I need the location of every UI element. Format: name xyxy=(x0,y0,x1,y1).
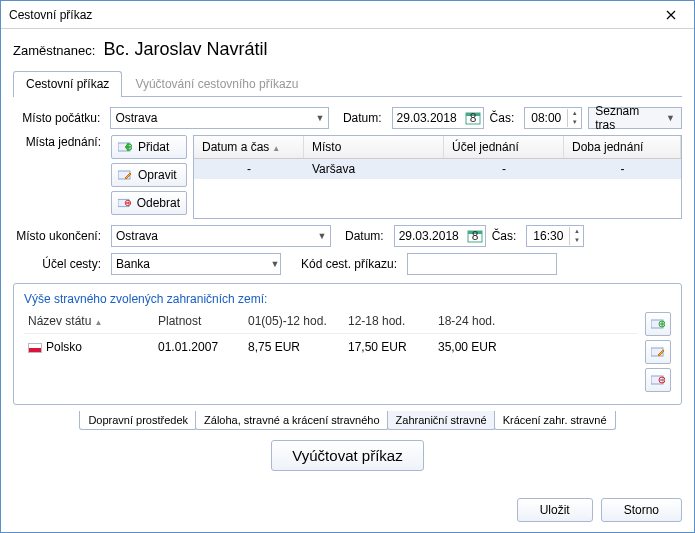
subtab-advance[interactable]: Záloha, stravné a krácení stravného xyxy=(195,411,388,430)
start-place-combo[interactable]: ▼ xyxy=(110,107,329,129)
purpose-combo[interactable]: ▼ xyxy=(111,253,281,275)
route-list-label: Seznam tras xyxy=(595,104,662,132)
col-duration[interactable]: Doba jednání xyxy=(564,136,681,158)
sort-asc-icon: ▲ xyxy=(272,144,280,153)
start-date-input[interactable] xyxy=(393,108,463,128)
subtab-reduction[interactable]: Krácení zahr. stravné xyxy=(494,411,616,430)
table-row[interactable]: Polsko 01.01.2007 8,75 EUR 17,50 EUR 35,… xyxy=(24,334,637,356)
allowance-table: Název státu▲ Platnost 01(05)-12 hod. 12-… xyxy=(24,312,637,396)
svg-text:8: 8 xyxy=(469,111,476,125)
order-code-label: Kód cest. příkazu: xyxy=(301,257,401,271)
allowance-header: Název státu▲ Platnost 01(05)-12 hod. 12-… xyxy=(24,312,637,334)
save-button[interactable]: Uložit xyxy=(517,498,593,522)
order-code-input[interactable] xyxy=(407,253,557,275)
remove-button[interactable]: Odebrat xyxy=(111,191,187,215)
end-time-field[interactable]: ▲▼ xyxy=(526,225,584,247)
chevron-down-icon[interactable]: ▼ xyxy=(312,113,328,123)
pencil-icon xyxy=(651,346,665,358)
allowance-actions xyxy=(645,312,671,396)
purpose-input[interactable] xyxy=(112,254,270,274)
meetings-grid[interactable]: Datum a čas▲ Místo Účel jednání Doba jed… xyxy=(193,135,682,219)
subtabs: Dopravní prostředek Záloha, stravné a kr… xyxy=(13,411,682,430)
time-spinner[interactable]: ▲▼ xyxy=(569,227,583,245)
cell-country: Polsko xyxy=(24,338,154,356)
col-r1[interactable]: 01(05)-12 hod. xyxy=(244,312,344,330)
end-date-input[interactable] xyxy=(395,226,465,246)
pencil-icon xyxy=(118,169,132,181)
start-time-input[interactable] xyxy=(525,108,567,128)
main-tabs: Cestovní příkaz Vyúčtování cestovního př… xyxy=(13,70,682,97)
employee-label: Zaměstnanec: xyxy=(13,43,95,58)
edit-button[interactable]: Opravit xyxy=(111,163,187,187)
minus-icon xyxy=(651,374,665,386)
start-place-label: Místo počátku: xyxy=(13,111,104,125)
sort-asc-icon: ▲ xyxy=(94,318,102,327)
col-valid[interactable]: Platnost xyxy=(154,312,244,330)
tab-billing[interactable]: Vyúčtování cestovního příkazu xyxy=(122,71,311,97)
allowance-panel: Výše stravného zvolených zahraničních ze… xyxy=(13,283,682,405)
allowance-remove-button[interactable] xyxy=(645,368,671,392)
end-time-label: Čas: xyxy=(492,229,521,243)
meetings-row: Místa jednání: Přidat Opravit Odebrat Da… xyxy=(13,135,682,219)
end-date-field[interactable]: 8 xyxy=(394,225,486,247)
close-icon xyxy=(666,10,676,20)
titlebar: Cestovní příkaz xyxy=(1,1,694,29)
purpose-row: Účel cesty: ▼ Kód cest. příkazu: xyxy=(13,253,682,275)
calendar-icon[interactable]: 8 xyxy=(465,110,481,126)
tab-order[interactable]: Cestovní příkaz xyxy=(13,71,122,97)
col-r3[interactable]: 18-24 hod. xyxy=(434,312,524,330)
time-spinner[interactable]: ▲▼ xyxy=(567,109,581,127)
chevron-down-icon: ▼ xyxy=(666,113,675,123)
allowance-title: Výše stravného zvolených zahraničních ze… xyxy=(24,292,671,306)
allowance-edit-button[interactable] xyxy=(645,340,671,364)
start-place-input[interactable] xyxy=(111,108,312,128)
window-title: Cestovní příkaz xyxy=(9,8,656,22)
end-place-input[interactable] xyxy=(112,226,314,246)
end-place-combo[interactable]: ▼ xyxy=(111,225,331,247)
subtab-foreign[interactable]: Zahraniční stravné xyxy=(387,411,496,430)
col-place[interactable]: Místo xyxy=(304,136,444,158)
add-button[interactable]: Přidat xyxy=(111,135,187,159)
minus-icon xyxy=(118,197,131,209)
start-time-label: Čas: xyxy=(490,111,519,125)
footer: Uložit Storno xyxy=(1,488,694,532)
chevron-down-icon[interactable]: ▼ xyxy=(314,231,330,241)
plus-icon xyxy=(118,141,132,153)
cancel-button[interactable]: Storno xyxy=(601,498,682,522)
window: Cestovní příkaz Zaměstnanec: Bc. Jarosla… xyxy=(0,0,695,533)
meetings-buttons: Přidat Opravit Odebrat xyxy=(111,135,187,219)
employee-row: Zaměstnanec: Bc. Jaroslav Navrátil xyxy=(13,39,682,60)
end-date-label: Datum: xyxy=(345,229,388,243)
col-country[interactable]: Název státu▲ xyxy=(24,312,154,330)
plus-icon xyxy=(651,318,665,330)
grid-header: Datum a čas▲ Místo Účel jednání Doba jed… xyxy=(194,136,681,159)
allowance-add-button[interactable] xyxy=(645,312,671,336)
content: Zaměstnanec: Bc. Jaroslav Navrátil Cesto… xyxy=(1,29,694,488)
subtab-transport[interactable]: Dopravní prostředek xyxy=(79,411,197,430)
end-time-input[interactable] xyxy=(527,226,569,246)
start-time-field[interactable]: ▲▼ xyxy=(524,107,582,129)
purpose-label: Účel cesty: xyxy=(13,257,105,271)
meetings-label: Místa jednání: xyxy=(13,135,105,149)
start-row: Místo počátku: ▼ Datum: 8 Čas: ▲▼ Seznam… xyxy=(13,107,682,129)
col-purpose[interactable]: Účel jednání xyxy=(444,136,564,158)
col-datetime[interactable]: Datum a čas▲ xyxy=(194,136,304,158)
table-row[interactable]: - Varšava - - xyxy=(194,159,681,179)
bill-order-button[interactable]: Vyúčtovat příkaz xyxy=(271,440,423,471)
start-date-field[interactable]: 8 xyxy=(392,107,484,129)
close-button[interactable] xyxy=(656,4,686,26)
svg-text:8: 8 xyxy=(471,229,478,243)
flag-poland-icon xyxy=(28,343,42,353)
col-r2[interactable]: 12-18 hod. xyxy=(344,312,434,330)
end-place-label: Místo ukončení: xyxy=(13,229,105,243)
chevron-down-icon[interactable]: ▼ xyxy=(270,259,280,269)
route-list-button[interactable]: Seznam tras ▼ xyxy=(588,107,682,129)
calendar-icon[interactable]: 8 xyxy=(467,228,483,244)
employee-name: Bc. Jaroslav Navrátil xyxy=(103,39,267,60)
end-row: Místo ukončení: ▼ Datum: 8 Čas: ▲▼ xyxy=(13,225,682,247)
start-date-label: Datum: xyxy=(343,111,386,125)
